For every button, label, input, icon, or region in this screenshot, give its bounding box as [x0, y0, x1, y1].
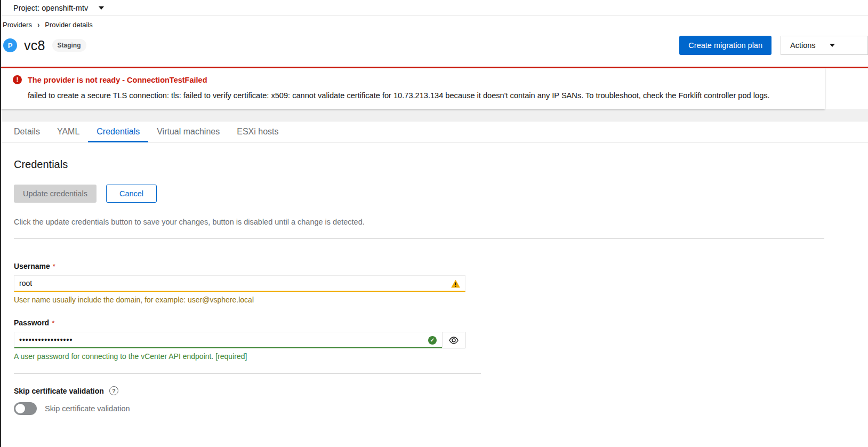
tab-details[interactable]: Details: [5, 122, 49, 142]
project-bar: Project: openshift-mtv: [1, 0, 868, 16]
password-helper-text: A user password for connecting to the vC…: [14, 352, 465, 361]
page-header: P vc8 Staging Create migration plan Acti…: [1, 31, 868, 67]
provider-type-icon: P: [3, 38, 17, 52]
skip-cert-label: Skip certificate validation: [14, 387, 104, 395]
project-selector-label: Project: openshift-mtv: [13, 4, 88, 12]
help-question-icon[interactable]: ?: [109, 386, 118, 395]
tab-yaml[interactable]: YAML: [49, 122, 88, 142]
project-selector[interactable]: Project: openshift-mtv: [13, 4, 104, 12]
actions-dropdown-label: Actions: [790, 41, 816, 50]
exclamation-circle-icon: !: [13, 75, 22, 84]
credentials-form: Username * User name usually include the…: [14, 262, 465, 415]
breadcrumb-providers[interactable]: Providers: [3, 21, 32, 29]
status-badge: Staging: [52, 39, 86, 52]
tab-credentials[interactable]: Credentials: [88, 122, 148, 142]
divider: [14, 373, 481, 374]
reveal-password-button[interactable]: [442, 332, 465, 348]
required-asterisk: *: [53, 262, 55, 270]
skip-cert-toggle[interactable]: [14, 402, 37, 415]
breadcrumb: Providers › Provider details: [1, 16, 868, 31]
username-input[interactable]: [14, 275, 465, 292]
credentials-instructions: Click the update credentials button to s…: [14, 218, 855, 226]
check-circle-icon: ✓: [428, 336, 437, 345]
actions-dropdown[interactable]: Actions: [781, 36, 868, 55]
toggle-knob: [15, 404, 25, 413]
chevron-down-icon: [99, 6, 104, 10]
alert-description: failed to create a secure TLS connection…: [28, 91, 812, 100]
skip-cert-toggle-row: Skip certificate validation: [14, 402, 465, 415]
provider-details-page: Project: openshift-mtv Providers › Provi…: [0, 0, 868, 447]
provider-not-ready-alert: ! The provider is not ready - Connection…: [1, 68, 825, 109]
username-label: Username: [14, 262, 50, 270]
divider: [14, 238, 824, 239]
credentials-buttons: Update credentials Cancel: [14, 185, 855, 203]
breadcrumb-provider-details: Provider details: [45, 21, 93, 29]
tab-esxi-hosts[interactable]: ESXi hosts: [228, 122, 287, 142]
password-label: Password: [14, 318, 49, 327]
required-asterisk: *: [52, 318, 54, 326]
breadcrumb-separator-icon: ›: [37, 20, 39, 30]
password-input-group: ✓: [14, 332, 465, 348]
password-input[interactable]: [14, 332, 442, 348]
credentials-section: Credentials Update credentials Cancel Cl…: [1, 158, 868, 415]
eye-icon: [449, 337, 459, 344]
chevron-down-icon: [830, 44, 835, 47]
username-helper-text: User name usually include the domain, fo…: [14, 296, 465, 304]
section-title: Credentials: [14, 158, 855, 171]
section-gap: [1, 109, 868, 122]
update-credentials-button[interactable]: Update credentials: [14, 185, 97, 203]
skip-cert-toggle-label: Skip certificate validation: [45, 404, 130, 413]
tab-virtual-machines[interactable]: Virtual machines: [148, 122, 228, 142]
provider-tabs: Details YAML Credentials Virtual machine…: [1, 122, 868, 142]
header-actions: Create migration plan Actions: [679, 36, 868, 55]
username-input-wrapper: [14, 275, 465, 292]
create-migration-plan-button[interactable]: Create migration plan: [679, 36, 771, 55]
warning-triangle-icon: [451, 280, 460, 288]
cancel-button[interactable]: Cancel: [106, 185, 157, 203]
alert-title: The provider is not ready - ConnectionTe…: [28, 76, 207, 84]
page-title: vc8: [24, 38, 45, 53]
